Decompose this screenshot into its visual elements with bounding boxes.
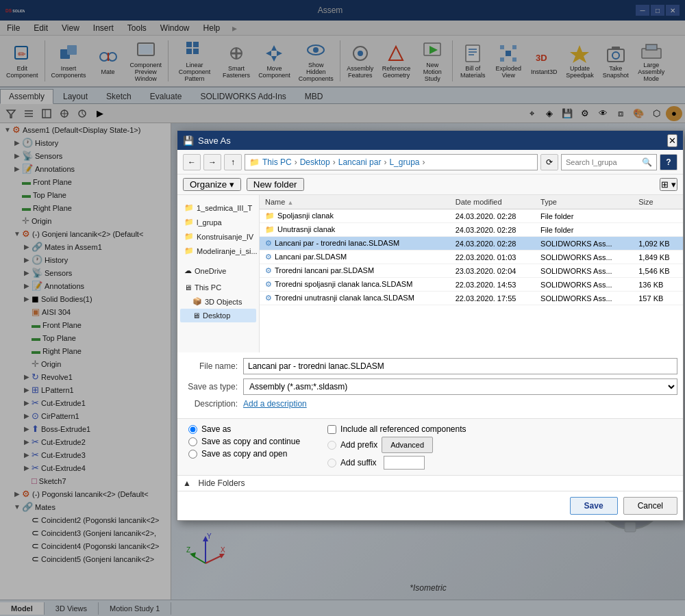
cancel-button[interactable]: Cancel	[623, 497, 677, 515]
file-date-lancani-troredni: 24.03.2020. 02:28	[450, 237, 535, 251]
sidebar-3d-objects[interactable]: 📦 3D Objects	[180, 294, 256, 309]
advanced-button[interactable]: Advanced	[382, 437, 433, 453]
dialog-titlebar: 💾 Save As ✕	[177, 131, 683, 150]
col-size[interactable]: Size	[633, 195, 683, 209]
file-name-troredni-lancani: ⚙Troredni lancani par.SLDASM	[260, 264, 450, 278]
save-copy-continue-radio[interactable]	[188, 437, 197, 446]
onedrive-label: OneDrive	[195, 267, 226, 275]
save-as-label: Save as	[201, 424, 231, 434]
col-name[interactable]: Name ▲	[260, 195, 450, 209]
path-desktop[interactable]: Desktop	[300, 157, 330, 167]
path-lancani[interactable]: Lancani par	[338, 157, 382, 167]
sidebar-modeliranje[interactable]: 📁 Modeliranje_i_si...	[180, 244, 256, 258]
file-name-spoljasnji: 📁Spoljasnji clanak	[260, 209, 450, 223]
desktop-label: Desktop	[203, 311, 230, 320]
saveas-type-select[interactable]: Assembly (*.asm;*.sldasm)	[243, 378, 677, 395]
this-pc-label: This PC	[195, 283, 221, 292]
dialog-buttons: Save Cancel	[177, 491, 683, 520]
add-suffix-radio[interactable]	[327, 459, 336, 467]
add-prefix-radio[interactable]	[327, 441, 336, 450]
description-row: Description: Add a description	[183, 399, 677, 409]
file-row-lancani-par[interactable]: ⚙Lancani par.SLDASM 22.03.2020. 01:03 SO…	[260, 251, 683, 264]
sedmica-label: 1_sedmica_III_T	[197, 204, 252, 212]
col-type[interactable]: Type	[535, 195, 633, 209]
sidebar-onedrive[interactable]: ☁ OneDrive	[180, 264, 256, 278]
view-toggle-button[interactable]: ⊞ ▾	[660, 178, 677, 191]
sidebar-this-pc[interactable]: 🖥 This PC	[180, 281, 256, 294]
file-row-unutrasnji[interactable]: 📁Unutrasnji clanak 24.03.2020. 02:28 Fil…	[260, 223, 683, 237]
file-name-lancani-par: ⚙Lancani par.SLDASM	[260, 251, 450, 264]
file-size-lancani-troredni: 1,092 KB	[633, 237, 683, 251]
description-link[interactable]: Add a description	[243, 399, 307, 409]
path-this-pc[interactable]: This PC	[262, 157, 292, 167]
save-button[interactable]: Save	[570, 497, 618, 515]
this-pc-icon: 🖥	[184, 283, 192, 292]
suffix-input[interactable]	[384, 456, 425, 470]
include-referenced-option: Include all referenced components	[327, 424, 466, 434]
dialog-file-list: Name ▲ Date modified Type Size 📁Spoljasn…	[260, 195, 683, 352]
file-date-lancani-par: 22.03.2020. 01:03	[450, 251, 535, 264]
dialog-content: 📁 1_sedmica_III_T 📁 l_grupa 📁 Konstruisa…	[177, 195, 683, 352]
file-row-lancani-troredni[interactable]: ⚙Lancani par - troredni lanac.SLDASM 24.…	[260, 237, 683, 251]
file-size-troredni-unutrasnji: 157 KB	[633, 292, 683, 305]
hide-folders-toggle[interactable]: ▲ Hide Folders	[177, 475, 683, 491]
dialog-file-toolbar: Organize ▾ New folder ⊞ ▾	[177, 175, 683, 195]
save-copy-continue-option: Save as copy and continue	[188, 437, 300, 446]
file-name-unutrasnji: 📁Unutrasnji clanak	[260, 223, 450, 237]
dialog-body: ← → ↑ 📁 This PC › Desktop › Lancani par …	[177, 150, 683, 520]
dialog-back-button[interactable]: ←	[183, 154, 201, 170]
file-type-troredni-spoljasnji: SOLIDWORKS Ass...	[535, 278, 633, 292]
dialog-help-button[interactable]: ?	[660, 154, 677, 170]
save-as-dialog: 💾 Save As ✕ ← → ↑ 📁 This PC › Desktop › …	[177, 130, 684, 521]
add-prefix-option: Add prefix Advanced	[327, 437, 466, 453]
dialog-refresh-button[interactable]: ⟳	[540, 154, 558, 170]
file-row-troredni-unutrasnji[interactable]: ⚙Troredni unutrasnji clanak lanca.SLDASM…	[260, 292, 683, 305]
sw-file-icon-4: ⚙	[265, 280, 272, 288]
file-row-troredni-lancani[interactable]: ⚙Troredni lancani par.SLDASM 23.03.2020.…	[260, 264, 683, 278]
file-row-troredni-spoljasnji[interactable]: ⚙Troredni spoljasnji clanak lanca.SLDASM…	[260, 278, 683, 292]
file-table-header: Name ▲ Date modified Type Size	[260, 195, 683, 209]
onedrive-icon: ☁	[184, 266, 192, 275]
save-as-radio[interactable]	[188, 425, 197, 434]
sidebar-desktop[interactable]: 🖥 Desktop	[180, 309, 256, 322]
new-folder-button[interactable]: New folder	[247, 178, 304, 191]
dialog-up-button[interactable]: ↑	[224, 154, 242, 170]
search-icon: 🔍	[642, 157, 652, 167]
file-size-troredni-lancani: 1,546 KB	[633, 264, 683, 278]
dialog-search-box[interactable]: 🔍	[561, 154, 657, 170]
konstruisanje-label: Konstruisanje_IV	[197, 233, 253, 241]
modeliranje-icon: 📁	[184, 246, 194, 255]
file-date-troredni-spoljasnji: 22.03.2020. 14:53	[450, 278, 535, 292]
file-size-lancani-par: 1,849 KB	[633, 251, 683, 264]
file-date-troredni-lancani: 23.03.2020. 02:04	[450, 264, 535, 278]
file-size-spoljasnji	[633, 209, 683, 223]
organize-button[interactable]: Organize ▾	[183, 178, 241, 191]
file-date-unutrasnji: 24.03.2020. 02:28	[450, 223, 535, 237]
add-suffix-label: Add suffix	[340, 458, 376, 467]
file-type-lancani-troredni: SOLIDWORKS Ass...	[535, 237, 633, 251]
dialog-search-input[interactable]	[566, 158, 634, 166]
col-date[interactable]: Date modified	[450, 195, 535, 209]
filename-input[interactable]	[243, 358, 677, 374]
dialog-title: 💾 Save As	[183, 136, 231, 146]
dialog-options: Save as Save as copy and continue Save a…	[177, 418, 683, 475]
file-size-troredni-spoljasnji: 136 KB	[633, 278, 683, 292]
include-referenced-checkbox[interactable]	[327, 425, 336, 434]
l-grupa-icon: 📁	[184, 218, 194, 227]
dialog-sidebar: 📁 1_sedmica_III_T 📁 l_grupa 📁 Konstruisa…	[177, 195, 260, 352]
save-copy-open-radio[interactable]	[188, 450, 197, 459]
dialog-close-button[interactable]: ✕	[667, 134, 677, 147]
file-name-troredni-unutrasnji: ⚙Troredni unutrasnji clanak lanca.SLDASM	[260, 292, 450, 305]
hide-folders-icon: ▲	[183, 478, 191, 488]
file-row-spoljasnji[interactable]: 📁Spoljasnji clanak 24.03.2020. 02:28 Fil…	[260, 209, 683, 223]
dialog-forward-button[interactable]: →	[203, 154, 221, 170]
hide-folders-label: Hide Folders	[194, 478, 245, 488]
sidebar-sedmica[interactable]: 📁 1_sedmica_III_T	[180, 201, 256, 215]
saveas-type-label: Save as type:	[183, 382, 238, 392]
ref-options-col: Include all referenced components Add pr…	[327, 424, 466, 470]
sidebar-konstruisanje[interactable]: 📁 Konstruisanje_IV	[180, 229, 256, 244]
path-l-grupa[interactable]: L_grupa	[389, 157, 419, 167]
sw-file-icon: ⚙	[265, 239, 272, 247]
file-type-troredni-lancani: SOLIDWORKS Ass...	[535, 264, 633, 278]
sidebar-l-grupa[interactable]: 📁 l_grupa	[180, 215, 256, 229]
